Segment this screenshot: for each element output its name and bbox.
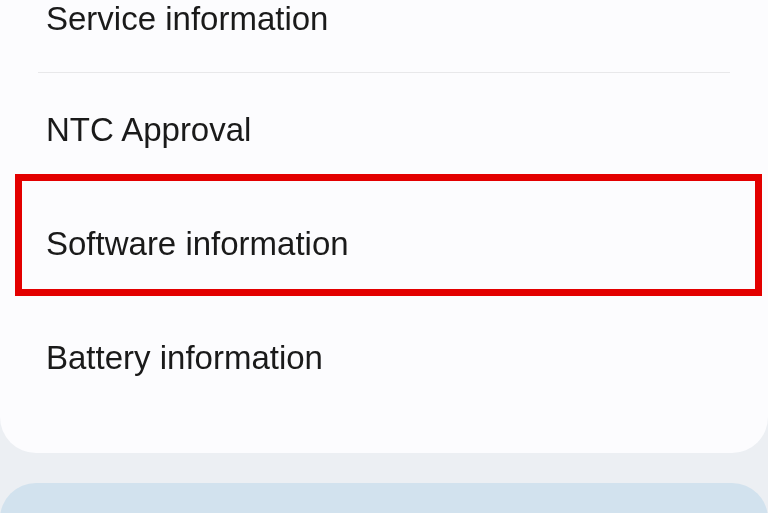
settings-item-label: NTC Approval [46,111,251,148]
settings-item-service-information[interactable]: Service information [0,0,768,72]
settings-item-label: Service information [46,0,328,37]
secondary-card: Looking for something else? [0,483,768,513]
settings-item-label: Software information [46,225,349,262]
settings-item-label: Battery information [46,339,323,376]
settings-item-ntc-approval[interactable]: NTC Approval [0,73,768,187]
settings-item-software-information[interactable]: Software information [0,187,768,301]
settings-item-battery-information[interactable]: Battery information [0,301,768,415]
settings-card: Service information NTC Approval Softwar… [0,0,768,453]
